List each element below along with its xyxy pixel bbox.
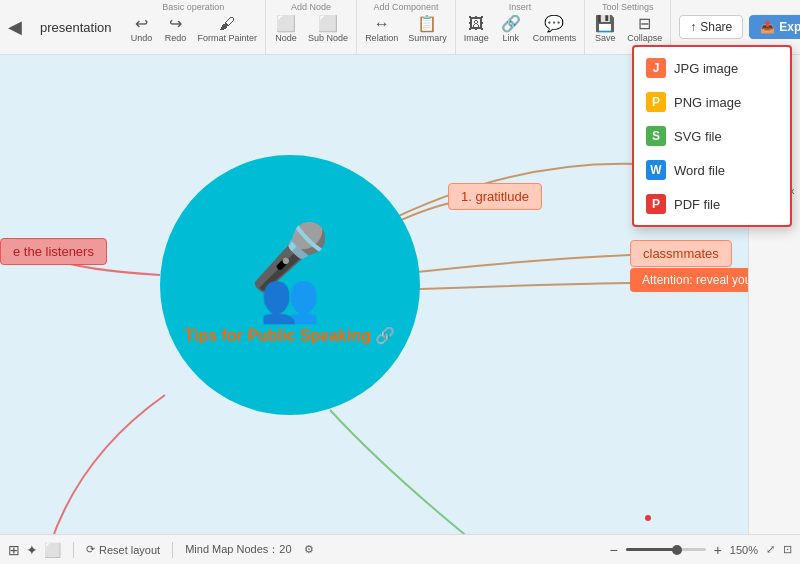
node-icon: ⬜ bbox=[276, 16, 296, 32]
summary-icon: 📋 bbox=[417, 16, 437, 32]
export-button[interactable]: 📤 Export bbox=[749, 15, 800, 39]
subnode-button[interactable]: ⬜ Sub Node bbox=[304, 14, 352, 45]
export-jpg[interactable]: J JPG image bbox=[634, 51, 790, 85]
reset-layout-button[interactable]: ⟳ Reset layout bbox=[86, 543, 160, 556]
zoom-slider-thumb bbox=[672, 545, 682, 555]
export-word-label: Word file bbox=[674, 163, 725, 178]
fullscreen-button[interactable]: ⤢ bbox=[766, 543, 775, 556]
toolbar-section-insert: Insert 🖼 Image 🔗 Link 💬 Comments bbox=[456, 0, 586, 54]
export-jpg-label: JPG image bbox=[674, 61, 738, 76]
jpg-icon: J bbox=[646, 58, 666, 78]
node-classmates-label: classmmates bbox=[643, 246, 719, 261]
image-icon: 🖼 bbox=[468, 16, 484, 32]
section-label-basic: Basic operation bbox=[162, 2, 224, 12]
comments-icon: 💬 bbox=[544, 16, 564, 32]
relation-button[interactable]: ↔ Relation bbox=[361, 14, 402, 45]
relation-label: Relation bbox=[365, 33, 398, 43]
export-png[interactable]: P PNG image bbox=[634, 85, 790, 119]
export-icon: 📤 bbox=[760, 20, 775, 34]
collapse-button[interactable]: ⊟ Collapse bbox=[623, 14, 666, 45]
collapse-icon: ⊟ bbox=[638, 16, 651, 32]
undo-button[interactable]: ↩ Undo bbox=[126, 14, 158, 45]
svg-icon: S bbox=[646, 126, 666, 146]
node-classmates[interactable]: classmmates bbox=[630, 240, 732, 267]
word-icon: W bbox=[646, 160, 666, 180]
bottom-divider-1 bbox=[73, 542, 74, 558]
bottom-left-icons: ⊞ ✦ ⬜ bbox=[8, 542, 61, 558]
image-button[interactable]: 🖼 Image bbox=[460, 14, 493, 45]
zoom-level: 150% bbox=[730, 544, 758, 556]
link-icon: 🔗 bbox=[501, 16, 521, 32]
node-attention-label: Attention: reveal you fu bbox=[642, 273, 765, 287]
share-label: Share bbox=[700, 20, 732, 34]
bottombar: ⊞ ✦ ⬜ ⟳ Reset layout Mind Map Nodes：20 ⚙… bbox=[0, 534, 800, 564]
center-title: Tips for Public Speaking 🔗 bbox=[185, 326, 396, 345]
link-label: Link bbox=[502, 33, 519, 43]
section-label-addnode: Add Node bbox=[291, 2, 331, 12]
pdf-icon: P bbox=[646, 194, 666, 214]
share-button[interactable]: ↑ Share bbox=[679, 15, 743, 39]
undo-label: Undo bbox=[131, 33, 153, 43]
export-pdf-label: PDF file bbox=[674, 197, 720, 212]
section-label-toolsettings: Tool Settings bbox=[602, 2, 654, 12]
section-label-insert: Insert bbox=[509, 2, 532, 12]
format-painter-icon: 🖌 bbox=[219, 16, 235, 32]
bottom-right-controls: − + 150% ⤢ ⊡ bbox=[609, 542, 792, 558]
subnode-icon: ⬜ bbox=[318, 16, 338, 32]
center-node[interactable]: 🎤 👥 Tips for Public Speaking 🔗 bbox=[160, 155, 420, 415]
export-svg-label: SVG file bbox=[674, 129, 722, 144]
export-pdf[interactable]: P PDF file bbox=[634, 187, 790, 221]
zoom-in-button[interactable]: + bbox=[714, 542, 722, 558]
image-label: Image bbox=[464, 33, 489, 43]
reset-layout-label: Reset layout bbox=[99, 544, 160, 556]
nodes-settings-icon[interactable]: ⚙ bbox=[304, 543, 314, 556]
export-word[interactable]: W Word file bbox=[634, 153, 790, 187]
toolbar-section-addnode: Add Node ⬜ Node ⬜ Sub Node bbox=[266, 0, 357, 54]
app-title: presentation bbox=[30, 0, 122, 54]
node-button[interactable]: ⬜ Node bbox=[270, 14, 302, 45]
node-gratitude[interactable]: 1. gratitlude bbox=[448, 183, 542, 210]
redo-icon: ↪ bbox=[169, 16, 182, 32]
export-png-label: PNG image bbox=[674, 95, 741, 110]
save-button[interactable]: 💾 Save bbox=[589, 14, 621, 45]
fit-screen-button[interactable]: ⊡ bbox=[783, 543, 792, 556]
node-listeners[interactable]: e the listeners bbox=[0, 238, 107, 265]
bottom-icon-3[interactable]: ⬜ bbox=[44, 542, 61, 558]
nodes-info: Mind Map Nodes：20 bbox=[185, 542, 291, 557]
link-button[interactable]: 🔗 Link bbox=[495, 14, 527, 45]
toolbar-section-basic: Basic operation ↩ Undo ↪ Redo 🖌 Format P… bbox=[122, 0, 267, 54]
node-listeners-label: e the listeners bbox=[13, 244, 94, 259]
save-label: Save bbox=[595, 33, 616, 43]
zoom-slider-fill bbox=[626, 548, 674, 551]
comments-button[interactable]: 💬 Comments bbox=[529, 14, 581, 45]
subnode-label: Sub Node bbox=[308, 33, 348, 43]
zoom-out-button[interactable]: − bbox=[609, 542, 617, 558]
reset-icon: ⟳ bbox=[86, 543, 95, 556]
export-label: Export bbox=[779, 20, 800, 34]
png-icon: P bbox=[646, 92, 666, 112]
red-dot-indicator bbox=[645, 515, 651, 521]
node-gratitude-label: 1. gratitlude bbox=[461, 189, 529, 204]
bottom-icon-2[interactable]: ✦ bbox=[26, 542, 38, 558]
export-dropdown: J JPG image P PNG image S SVG file W Wor… bbox=[632, 45, 792, 227]
comments-label: Comments bbox=[533, 33, 577, 43]
bottom-icon-1[interactable]: ⊞ bbox=[8, 542, 20, 558]
zoom-slider[interactable] bbox=[626, 548, 706, 551]
back-button[interactable]: ◀ bbox=[0, 0, 30, 54]
format-painter-label: Format Painter bbox=[198, 33, 258, 43]
summary-label: Summary bbox=[408, 33, 447, 43]
redo-label: Redo bbox=[165, 33, 187, 43]
summary-button[interactable]: 📋 Summary bbox=[404, 14, 451, 45]
export-svg[interactable]: S SVG file bbox=[634, 119, 790, 153]
share-icon: ↑ bbox=[690, 20, 696, 34]
audience-illustration: 👥 bbox=[260, 279, 320, 317]
bottom-divider-2 bbox=[172, 542, 173, 558]
undo-icon: ↩ bbox=[135, 16, 148, 32]
format-painter-button[interactable]: 🖌 Format Painter bbox=[194, 14, 262, 45]
collapse-label: Collapse bbox=[627, 33, 662, 43]
redo-button[interactable]: ↪ Redo bbox=[160, 14, 192, 45]
toolbar-section-addcomp: Add Component ↔ Relation 📋 Summary bbox=[357, 0, 456, 54]
save-icon: 💾 bbox=[595, 16, 615, 32]
section-label-addcomp: Add Component bbox=[373, 2, 438, 12]
node-label: Node bbox=[275, 33, 297, 43]
